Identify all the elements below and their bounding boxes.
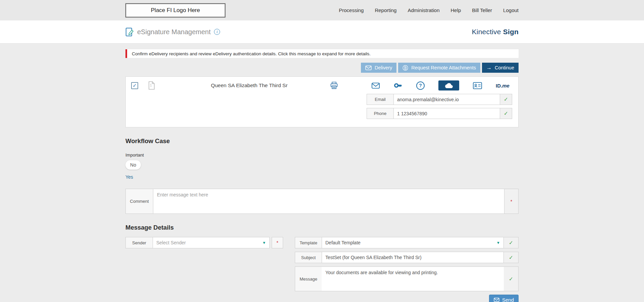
- comment-label: Comment: [126, 189, 153, 214]
- request-remote-attachments-label: Request Remote Attachments: [411, 65, 476, 70]
- phone-label: Phone: [367, 108, 393, 119]
- idme-label-me: me: [502, 83, 509, 88]
- sender-placeholder: Select Sender: [156, 240, 186, 245]
- security-question-auth-icon[interactable]: ?: [416, 81, 425, 90]
- email-input[interactable]: [393, 94, 500, 105]
- message-textarea[interactable]: Your documents are available for viewing…: [322, 266, 504, 291]
- brand-product: Sign: [503, 28, 519, 36]
- action-toolbar: Delivery Request Remote Attachments → Co…: [125, 63, 519, 73]
- paperclip-icon: [402, 65, 408, 71]
- fi-logo-placeholder[interactable]: Place FI Logo Here: [125, 3, 225, 17]
- id-card-auth-icon[interactable]: [473, 82, 482, 89]
- subject-label: Subject: [295, 252, 322, 263]
- printer-icon[interactable]: [330, 81, 338, 89]
- main-content: Confirm eDelivery recipients and review …: [0, 44, 644, 302]
- document-count-icon[interactable]: 1: [148, 81, 155, 90]
- message-label: Message: [295, 266, 322, 291]
- comment-field-row: Comment *: [125, 189, 519, 214]
- important-field-label: Important: [125, 153, 519, 158]
- info-icon[interactable]: i: [214, 29, 220, 35]
- chevron-down-icon: ▼: [262, 241, 266, 245]
- fi-logo-text: Place FI Logo Here: [151, 7, 200, 14]
- send-button-label: Send: [502, 297, 514, 302]
- template-field-row: Template Default Template ▼ ✓: [295, 237, 519, 248]
- page-header: eSignature Management i Kinective Sign: [0, 20, 644, 44]
- important-option-yes[interactable]: Yes: [125, 174, 133, 180]
- email-auth-icon[interactable]: [371, 82, 380, 89]
- subject-valid-check-icon: ✓: [504, 252, 519, 263]
- send-button[interactable]: Send: [489, 295, 519, 302]
- nav-help[interactable]: Help: [451, 7, 461, 13]
- message-details-heading: Message Details: [125, 224, 519, 231]
- top-nav: Processing Reporting Administration Help…: [339, 7, 519, 13]
- message-field-row: Message Your documents are available for…: [295, 266, 519, 291]
- esignature-document-pen-icon: [125, 27, 134, 37]
- auth-methods-row: ? ID.me: [367, 80, 512, 91]
- subject-input[interactable]: [322, 252, 504, 263]
- cloud-delivery-auth-icon[interactable]: [438, 80, 459, 90]
- recipient-checkbox[interactable]: ✓: [131, 82, 138, 89]
- brand-name: Kinective: [472, 28, 503, 36]
- comment-textarea[interactable]: [153, 189, 504, 214]
- sender-field-row: Sender Select Sender ▼ *: [125, 237, 283, 248]
- sender-label: Sender: [125, 237, 153, 248]
- workflow-case-heading: Workflow Case: [125, 137, 519, 145]
- envelope-icon: [494, 298, 499, 302]
- comment-required-marker: *: [504, 189, 518, 214]
- template-value: Default Template: [325, 240, 361, 245]
- delivery-button[interactable]: Delivery: [361, 63, 396, 73]
- arrow-right-icon: →: [486, 65, 492, 70]
- email-valid-check-icon: ✓: [500, 94, 512, 105]
- email-field-row: Email ✓: [367, 94, 512, 105]
- idme-auth-icon[interactable]: ID.me: [496, 83, 509, 88]
- nav-reporting[interactable]: Reporting: [375, 7, 396, 13]
- password-key-auth-icon[interactable]: [394, 81, 402, 90]
- top-bar: Place FI Logo Here Processing Reporting …: [0, 0, 644, 20]
- nav-administration[interactable]: Administration: [408, 7, 439, 13]
- request-remote-attachments-button[interactable]: Request Remote Attachments: [398, 63, 480, 73]
- chevron-down-icon: ▼: [496, 241, 500, 245]
- subject-field-row: Subject ✓: [295, 252, 519, 263]
- page-title: eSignature Management: [137, 28, 211, 36]
- nav-processing[interactable]: Processing: [339, 7, 364, 13]
- kinective-sign-logo: Kinective Sign: [472, 28, 519, 36]
- nav-user-bill-teller[interactable]: Bill Teller: [472, 7, 492, 13]
- checkbox-check-icon: ✓: [132, 82, 137, 88]
- important-option-no[interactable]: No: [125, 160, 141, 170]
- phone-valid-check-icon: ✓: [500, 108, 512, 119]
- delivery-button-label: Delivery: [375, 65, 392, 70]
- template-valid-check-icon: ✓: [504, 237, 519, 248]
- recipient-card: ✓ 1 Queen SA Elizabeth The Third Sr: [125, 76, 519, 127]
- envelope-icon: [365, 65, 372, 70]
- edelivery-alert-banner[interactable]: Confirm eDelivery recipients and review …: [125, 49, 519, 58]
- template-select[interactable]: Default Template ▼: [322, 237, 504, 248]
- phone-field-row: Phone ✓: [367, 108, 512, 119]
- email-label: Email: [367, 94, 393, 105]
- continue-button[interactable]: → Continue: [482, 63, 519, 73]
- nav-logout[interactable]: Logout: [503, 7, 519, 13]
- document-count: 1: [150, 83, 152, 87]
- sender-required-marker: *: [272, 237, 283, 248]
- message-valid-check-icon: ✓: [504, 266, 519, 291]
- phone-input[interactable]: [393, 108, 500, 119]
- continue-button-label: Continue: [495, 65, 514, 70]
- template-label: Template: [295, 237, 322, 248]
- recipient-name: Queen SA Elizabeth The Third Sr: [155, 82, 330, 88]
- idme-label-id: ID.: [496, 83, 502, 88]
- sender-select[interactable]: Select Sender ▼: [153, 237, 270, 248]
